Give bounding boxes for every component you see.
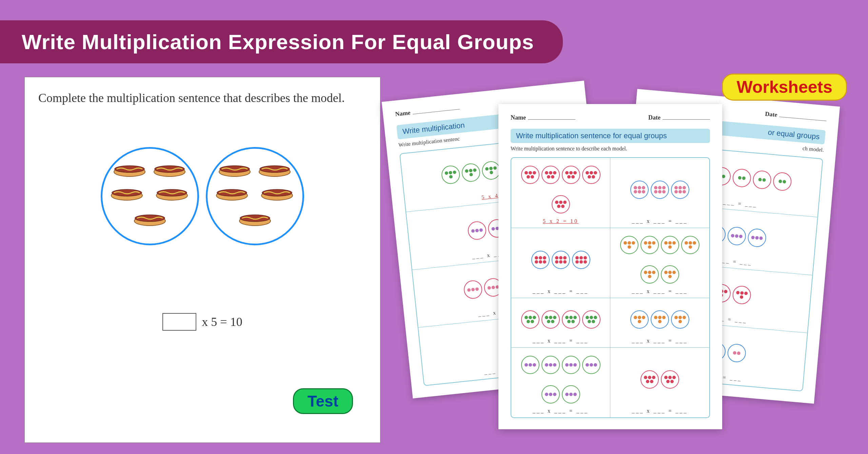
equation-row: x 5 = 10 — [38, 313, 367, 331]
svg-point-17 — [262, 189, 292, 196]
worksheets-button[interactable]: Worksheets — [722, 74, 847, 101]
worksheet-stack: Name Write multiplication Write multipli… — [397, 84, 827, 429]
svg-point-9 — [135, 215, 165, 222]
hotdog-icon — [110, 186, 144, 201]
date-field-label: Date — [765, 110, 778, 118]
worksheet-grid: 5 x 2 = 10 ___ x ___ = ___ — [511, 157, 710, 418]
page-title-bar: Write Multiplication Expression For Equa… — [0, 20, 563, 63]
worksheet-cell: ___ x ___ = ___ — [511, 298, 610, 348]
worksheet-cell: ___ x ___ = ___ — [610, 298, 709, 348]
page-title: Write Multiplication Expression For Equa… — [22, 30, 541, 54]
svg-point-5 — [112, 189, 142, 196]
content-row: Complete the multiplication sentence tha… — [0, 63, 868, 443]
hotdog-icon — [113, 162, 146, 177]
hotdog-icon — [260, 186, 294, 201]
svg-point-19 — [240, 215, 270, 222]
svg-point-1 — [115, 166, 144, 172]
cell-equation: ___ x ___ = ___ — [632, 288, 688, 294]
worksheet-thumbnail-center[interactable]: Name Date Write multiplication sentence … — [498, 104, 722, 429]
cell-equation: ___ x ___ = ___ — [533, 408, 589, 414]
hotdog-icon — [153, 162, 186, 177]
worksheet-cell: 5 x 2 = 10 — [511, 158, 610, 228]
cell-equation: ___ x ___ = ___ — [533, 288, 589, 294]
svg-point-15 — [217, 189, 247, 196]
svg-point-11 — [220, 166, 250, 172]
hotdog-icon — [258, 162, 292, 177]
test-panel: Complete the multiplication sentence tha… — [24, 77, 380, 443]
worksheet-cell: ___ x ___ = ___ — [511, 348, 610, 417]
test-button[interactable]: Test — [293, 388, 353, 414]
worksheets-area: Worksheets Name Write multiplication Wri… — [397, 77, 844, 443]
cell-equation: ___ x ___ = ___ — [533, 338, 589, 344]
date-field-label: Date — [648, 114, 660, 121]
worksheet-subtext: Write multiplication sentence to describ… — [511, 146, 710, 152]
hotdog-icon — [218, 162, 252, 177]
equal-group-2 — [206, 147, 304, 245]
svg-point-13 — [260, 166, 290, 172]
hotdog-icon — [133, 211, 167, 226]
worksheet-header-fields: Name Date — [511, 114, 710, 121]
svg-point-7 — [157, 189, 187, 196]
worksheet-cell: ___ x ___ = ___ — [610, 228, 709, 298]
hotdog-icon — [155, 186, 189, 201]
worksheet-cell: ___ x ___ = ___ — [610, 158, 709, 228]
cell-equation: ___ x ___ = ___ — [632, 218, 688, 224]
equal-group-1 — [101, 147, 199, 245]
cell-equation: ___ x ___ = ___ — [632, 338, 688, 344]
equation-suffix: x 5 = 10 — [202, 315, 242, 329]
worksheet-title: Write multiplication sentence for equal … — [511, 129, 710, 143]
svg-point-3 — [155, 166, 184, 172]
answer-input[interactable] — [162, 313, 196, 331]
cell-equation: ___ x ___ = ___ — [632, 408, 688, 414]
hotdog-icon — [215, 186, 249, 201]
model-area — [38, 147, 367, 245]
name-field-label: Name — [395, 109, 411, 118]
hotdog-icon — [238, 211, 272, 226]
worksheet-cell: ___ x ___ = ___ — [610, 348, 709, 417]
cell-equation: 5 x 2 = 10 — [543, 218, 578, 224]
instruction-text: Complete the multiplication sentence tha… — [38, 89, 367, 106]
name-field-label: Name — [511, 114, 526, 121]
worksheet-cell: ___ x ___ = ___ — [511, 228, 610, 298]
